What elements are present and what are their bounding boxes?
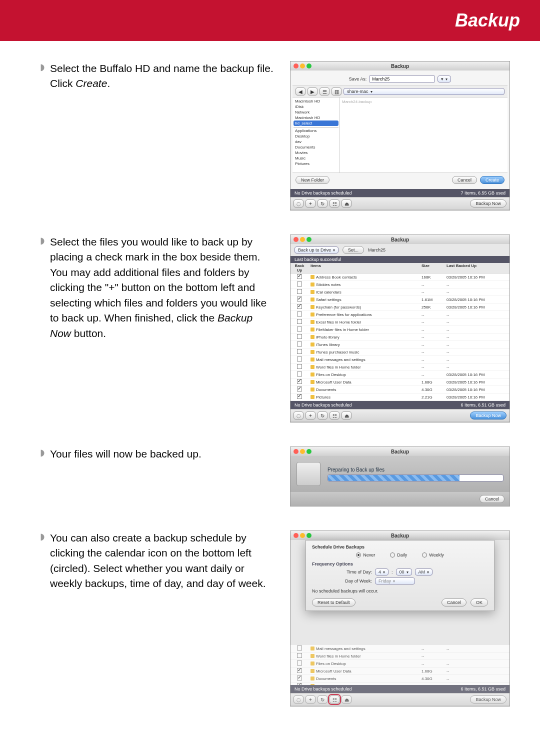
info-icon[interactable]: ◌ (294, 696, 304, 704)
eject-icon[interactable]: ⏏ (342, 696, 352, 704)
view-column-icon[interactable]: ▥ (332, 88, 342, 96)
add-button[interactable]: + (306, 200, 316, 208)
sidebar-item[interactable]: Movies (294, 150, 338, 156)
sidebar-item-selected[interactable]: hd_select (294, 120, 338, 126)
location-select[interactable]: share-mac (344, 88, 504, 95)
file-list[interactable]: March24.backup (340, 98, 508, 172)
checkbox[interactable] (297, 282, 302, 286)
step-4: ◗ You can also create a backup schedule … (40, 530, 510, 706)
item-name: FileMaker files in Home folder (316, 328, 369, 332)
sidebar-item[interactable]: Applications (294, 128, 338, 134)
add-button[interactable]: + (306, 696, 316, 704)
step-3-text: Your files will now be backed up. (50, 446, 202, 462)
checkbox[interactable] (297, 312, 302, 316)
day-of-week-select[interactable]: Friday (375, 578, 415, 584)
set-button[interactable]: Set... (342, 246, 364, 254)
calendar-icon[interactable]: ☷ (330, 200, 340, 208)
hour-select[interactable]: 4 (375, 568, 388, 576)
new-folder-button[interactable]: New Folder (296, 176, 330, 184)
item-size: -- (420, 350, 444, 355)
item-size: 4.30G (420, 676, 444, 682)
checkbox[interactable] (297, 372, 302, 376)
checkbox[interactable] (297, 386, 302, 392)
checkbox[interactable] (297, 683, 302, 685)
back-button[interactable]: ◀ (296, 88, 306, 96)
reset-button[interactable]: Reset to Default (312, 598, 356, 606)
checkbox[interactable] (297, 653, 302, 658)
radio-weekly[interactable] (422, 552, 427, 558)
sidebar-item[interactable]: dav (294, 139, 338, 144)
item-name: Keychain (for passwords) (316, 305, 361, 310)
sidebar-item[interactable]: Network (294, 110, 338, 115)
sidebar-item[interactable]: Documents (294, 144, 338, 150)
sidebar-item[interactable]: Macintosh HD (294, 115, 338, 120)
save-as-expand[interactable]: ▾ (438, 76, 451, 82)
radio-never[interactable] (356, 552, 361, 558)
sidebar-item[interactable]: iDisk (294, 104, 338, 110)
ok-button[interactable]: OK (470, 598, 488, 606)
checkbox[interactable] (297, 274, 302, 279)
checkbox[interactable] (297, 676, 302, 680)
checkbox[interactable] (297, 349, 302, 354)
checkbox[interactable] (297, 334, 302, 339)
folder-icon (310, 290, 314, 294)
destination-select[interactable]: Back up to Drive (294, 246, 338, 254)
sidebar-item[interactable]: Music (294, 156, 338, 161)
sidebar-item[interactable]: Desktop (294, 134, 338, 139)
checkbox[interactable] (297, 364, 302, 369)
item-date: -- (444, 342, 510, 348)
folder-icon (310, 684, 314, 685)
calendar-icon[interactable]: ☷ (330, 412, 340, 420)
table-row: Microsoft User Data1.68G-- (290, 668, 510, 675)
forward-button[interactable]: ▶ (308, 88, 318, 96)
minute-select[interactable]: 00 (396, 568, 412, 576)
refresh-icon[interactable]: ↻ (318, 696, 328, 704)
frequency-label: Frequency Options (312, 562, 488, 566)
calendar-icon[interactable]: ☷ (330, 696, 340, 704)
screenshot-save-dialog: Backup Save As: ▾ ◀ ▶ ☰ ▥ (290, 61, 510, 210)
dialog-title: Schedule Drive Backups (312, 544, 488, 550)
add-button[interactable]: + (306, 412, 316, 420)
cancel-button[interactable]: Cancel (452, 176, 477, 184)
backup-now-button[interactable]: Backup Now (470, 412, 506, 420)
backup-now-button[interactable]: Backup Now (470, 696, 506, 704)
cancel-button[interactable]: Cancel (442, 598, 466, 606)
table-row: Microsoft User Data1.68G03/28/2005 10:16… (290, 378, 510, 386)
checkbox[interactable] (297, 296, 302, 302)
table-row: Safari settings1.61M03/28/2005 10:16 PM (290, 296, 510, 304)
checkbox[interactable] (297, 668, 302, 673)
checkbox[interactable] (297, 646, 302, 650)
folder-icon (310, 328, 314, 332)
create-button[interactable]: Create (480, 176, 504, 184)
save-as-input[interactable] (370, 76, 434, 82)
checkbox[interactable] (297, 660, 302, 666)
window-title: Backup (290, 237, 510, 242)
checkbox[interactable] (297, 319, 302, 324)
info-icon[interactable]: ◌ (294, 412, 304, 420)
refresh-icon[interactable]: ↻ (318, 412, 328, 420)
checkbox[interactable] (297, 342, 302, 346)
refresh-icon[interactable]: ↻ (318, 200, 328, 208)
window-title: Backup (290, 64, 510, 69)
item-size: 1.68G (420, 668, 444, 674)
backup-now-button[interactable]: Backup Now (470, 200, 506, 208)
info-icon[interactable]: ◌ (294, 200, 304, 208)
table-row: Address Book contacts168K03/28/2005 10:1… (290, 274, 510, 281)
item-size: -- (420, 654, 444, 659)
sidebar-item[interactable]: Pictures (294, 161, 338, 166)
eject-icon[interactable]: ⏏ (342, 200, 352, 208)
cancel-button[interactable]: Cancel (480, 495, 504, 503)
item-date: 03/28/2005 10:16 PM (444, 380, 510, 385)
checkbox[interactable] (297, 304, 302, 309)
checkbox[interactable] (297, 289, 302, 294)
folder-icon (310, 335, 314, 339)
eject-icon[interactable]: ⏏ (342, 412, 352, 420)
checkbox[interactable] (297, 394, 302, 399)
view-list-icon[interactable]: ☰ (320, 88, 330, 96)
sidebar-item[interactable]: Macintosh HD (294, 98, 338, 104)
checkbox[interactable] (297, 326, 302, 332)
checkbox[interactable] (297, 356, 302, 362)
radio-daily[interactable] (390, 552, 395, 558)
ampm-select[interactable]: AM (415, 568, 433, 576)
checkbox[interactable] (297, 379, 302, 384)
